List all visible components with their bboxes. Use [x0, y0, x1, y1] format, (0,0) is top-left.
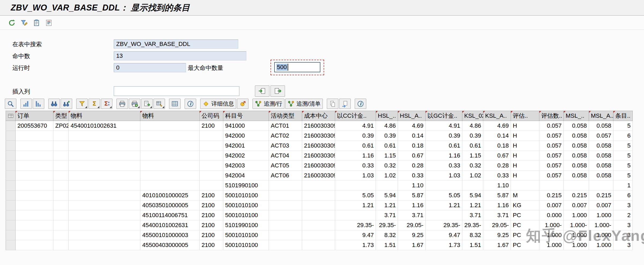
table-cell[interactable]: 0.32 [376, 161, 398, 171]
table-cell[interactable] [302, 200, 335, 210]
table-cell[interactable] [16, 131, 53, 141]
table-cell[interactable] [302, 220, 335, 230]
table-cell[interactable]: 0.057 [539, 151, 564, 161]
table-cell[interactable] [140, 121, 200, 131]
table-cell[interactable]: 5001010100 [223, 191, 269, 200]
table-cell[interactable]: 4.91 [335, 121, 376, 131]
table-cell[interactable]: 1.000 [564, 230, 589, 240]
table-cell[interactable] [269, 200, 302, 210]
table-cell[interactable]: 0.18 [398, 141, 426, 151]
table-cell[interactable] [16, 210, 53, 220]
table-cell[interactable]: 0.057 [539, 161, 564, 171]
table-cell[interactable] [269, 230, 302, 240]
select-all-button[interactable] [6, 111, 16, 121]
column-header-12[interactable]: KSL_02 [462, 111, 483, 121]
table-cell[interactable] [269, 240, 302, 250]
table-cell[interactable]: 2100 [200, 191, 223, 200]
table-cell[interactable]: 29.35- [376, 220, 398, 230]
table-cell[interactable]: 6 [613, 131, 633, 141]
table-cell[interactable]: 29.35- [335, 220, 376, 230]
table-cell[interactable]: 0.058 [589, 171, 613, 181]
table-cell[interactable]: 45400101002631 [140, 220, 200, 230]
table-cell[interactable]: ZP02 [53, 121, 69, 131]
table-cell[interactable] [16, 230, 53, 240]
table-cell[interactable] [69, 131, 140, 141]
table-cell[interactable]: 5 [613, 161, 633, 171]
table-cell[interactable] [69, 191, 140, 200]
table-cell[interactable]: 9.47 [426, 230, 462, 240]
table-cell[interactable]: 1.03 [335, 171, 376, 181]
table-cell[interactable]: 1.03 [426, 171, 462, 181]
table-cell[interactable]: 0.058 [589, 151, 613, 161]
table-cell[interactable]: 0.215 [589, 191, 613, 200]
find-next-button[interactable] [61, 99, 72, 109]
table-cell[interactable]: 1.21 [426, 200, 462, 210]
table-cell[interactable]: 2100 [200, 240, 223, 250]
table-cell[interactable] [69, 171, 140, 181]
table-cell[interactable]: 1.000 [589, 240, 613, 250]
column-header-9[interactable]: HSL_.. [376, 111, 398, 121]
table-cell[interactable]: 0.057 [539, 121, 564, 131]
table-cell[interactable]: 0.057 [539, 141, 564, 151]
table-cell[interactable]: H [511, 131, 539, 141]
sort-ascending-button[interactable] [20, 99, 32, 109]
copy-page-button[interactable] [327, 99, 338, 109]
table-cell[interactable] [426, 210, 462, 220]
insert-column-apply-button[interactable] [255, 85, 269, 97]
table-cell[interactable]: 941000 [223, 121, 269, 131]
table-cell[interactable]: 0.33 [483, 171, 511, 181]
table-cell[interactable]: 0.32 [462, 161, 483, 171]
table-cell[interactable]: ACT01 [269, 121, 302, 131]
table-cell[interactable] [53, 220, 69, 230]
column-header-1[interactable]: 类型 [53, 111, 69, 121]
table-cell[interactable]: 29.35- [462, 220, 483, 230]
total-button[interactable]: Σ [89, 99, 100, 109]
table-cell[interactable] [140, 171, 200, 181]
table-cell[interactable] [53, 151, 69, 161]
table-cell[interactable]: 0.058 [589, 161, 613, 171]
table-cell[interactable] [564, 181, 589, 191]
table-cell[interactable]: 3 [613, 220, 633, 230]
table-cell[interactable] [140, 161, 200, 171]
table-cell[interactable] [16, 161, 53, 171]
table-cell[interactable] [69, 141, 140, 151]
table-cell[interactable]: 3 [613, 230, 633, 240]
table-cell[interactable]: 9.25 [398, 230, 426, 240]
table-cell[interactable]: 2100 [200, 121, 223, 131]
table-cell[interactable]: ACT06 [269, 171, 302, 181]
max-hits-field[interactable]: 500 [274, 62, 320, 72]
table-cell[interactable] [16, 171, 53, 181]
column-header-8[interactable]: 以CC计金.. [335, 111, 376, 121]
table-cell[interactable] [511, 181, 539, 191]
table-cell[interactable]: 0.007 [539, 200, 564, 210]
table-cell[interactable]: 5.94 [462, 191, 483, 200]
row-select-cell[interactable] [6, 191, 16, 200]
table-cell[interactable]: 0.007 [564, 200, 589, 210]
subtotal-button[interactable]: Σ [101, 99, 112, 109]
table-cell[interactable]: 942004 [223, 171, 269, 181]
table-cell[interactable]: 942003 [223, 161, 269, 171]
table-cell[interactable]: 1.16 [398, 200, 426, 210]
table-cell[interactable]: PC [511, 210, 539, 220]
table-cell[interactable]: 0.058 [564, 131, 589, 141]
table-cell[interactable] [589, 181, 613, 191]
row-select-cell[interactable] [6, 220, 16, 230]
table-cell[interactable] [53, 210, 69, 220]
table-cell[interactable]: 45400101002631 [69, 121, 140, 131]
table-cell[interactable] [269, 181, 302, 191]
table-cell[interactable] [53, 181, 69, 191]
table-cell[interactable] [69, 181, 140, 191]
row-select-cell[interactable] [6, 161, 16, 171]
table-cell[interactable]: 2160030309 [302, 151, 335, 161]
table-cell[interactable]: 1.000 [564, 240, 589, 250]
table-cell[interactable]: 0.057 [589, 131, 613, 141]
table-cell[interactable]: 0.61 [462, 141, 483, 151]
table-cell[interactable]: 2100 [200, 210, 223, 220]
table-cell[interactable] [200, 141, 223, 151]
table-cell[interactable] [140, 131, 200, 141]
trace-row-button[interactable]: 追溯/行 [253, 99, 284, 109]
search-table-field[interactable]: ZBV_WO_VAR_BASE_DDL [114, 40, 238, 49]
details-button[interactable]: 详细信息 [200, 99, 236, 109]
table-cell[interactable]: 0.058 [564, 161, 589, 171]
table-cell[interactable]: 0.007 [589, 200, 613, 210]
